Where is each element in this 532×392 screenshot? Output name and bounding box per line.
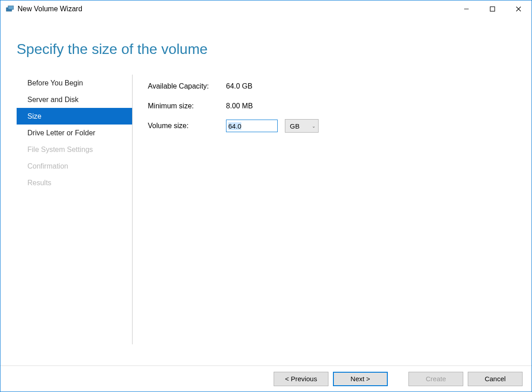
minimize-button[interactable] bbox=[453, 0, 479, 18]
content-area: Available Capacity: 64.0 GB Minimum size… bbox=[133, 75, 319, 344]
create-button: Create bbox=[408, 372, 463, 386]
sidebar-item-file-system-settings: File System Settings bbox=[17, 141, 132, 158]
volume-size-unit-dropdown[interactable]: GB ⌄ bbox=[285, 119, 319, 133]
page-header: Specify the size of the volume bbox=[0, 18, 532, 58]
volume-size-unit-selected: GB bbox=[290, 122, 300, 130]
close-button[interactable] bbox=[505, 0, 532, 18]
previous-button[interactable]: < Previous bbox=[274, 372, 328, 386]
available-capacity-value: 64.0 GB bbox=[226, 82, 253, 90]
maximize-button[interactable] bbox=[479, 0, 505, 18]
svg-rect-3 bbox=[490, 7, 495, 11]
sidebar-item-drive-letter-or-folder[interactable]: Drive Letter or Folder bbox=[17, 125, 132, 141]
minimum-size-value: 8.00 MB bbox=[226, 102, 253, 110]
chevron-down-icon: ⌄ bbox=[312, 124, 315, 129]
minimum-size-label: Minimum size: bbox=[148, 102, 226, 110]
titlebar: New Volume Wizard bbox=[0, 0, 532, 18]
sidebar-item-size[interactable]: Size bbox=[17, 108, 132, 125]
footer-button-bar: < Previous Next > Create Cancel bbox=[0, 365, 532, 392]
cancel-button[interactable]: Cancel bbox=[468, 372, 523, 386]
next-button[interactable]: Next > bbox=[333, 372, 388, 386]
available-capacity-label: Available Capacity: bbox=[148, 82, 226, 90]
sidebar-item-confirmation: Confirmation bbox=[17, 158, 132, 174]
volume-size-label: Volume size: bbox=[148, 122, 226, 130]
sidebar-item-before-you-begin[interactable]: Before You Begin bbox=[17, 75, 132, 91]
sidebar-item-results: Results bbox=[17, 174, 132, 191]
sidebar-item-server-and-disk[interactable]: Server and Disk bbox=[17, 91, 132, 108]
window-title: New Volume Wizard bbox=[18, 5, 82, 13]
page-title: Specify the size of the volume bbox=[17, 41, 532, 58]
wizard-steps-sidebar: Before You Begin Server and Disk Size Dr… bbox=[0, 75, 133, 344]
svg-rect-1 bbox=[8, 6, 13, 9]
volume-size-input[interactable]: 64.0 bbox=[226, 120, 278, 132]
app-icon bbox=[6, 5, 14, 13]
